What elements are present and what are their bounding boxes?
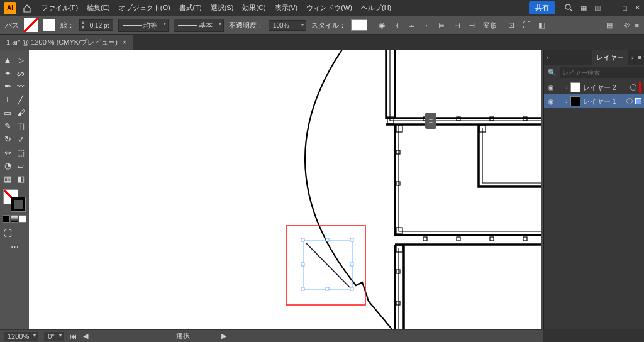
zoom-dd[interactable]: 1200% [4,332,38,341]
direct-select-tool[interactable]: ▷ [14,53,27,66]
menu-file[interactable]: ファイル(F) [38,1,82,15]
svg-point-0 [565,4,570,9]
nav-prev-icon[interactable]: ◀ [83,332,88,340]
layer-row[interactable]: ◉ › レイヤー 1 [544,94,644,108]
svg-rect-7 [396,246,402,252]
align-left-icon[interactable]: ⫞ [391,21,402,30]
align-right-icon[interactable]: ⫟ [421,21,433,30]
color-mode-row [3,215,26,223]
disclosure-icon[interactable]: › [565,97,568,105]
panel-menu-icon[interactable]: ≡ [638,53,641,61]
close-window-icon[interactable]: ✕ [635,4,640,12]
selection-tool[interactable]: ▲ [1,53,14,66]
menu-type[interactable]: 書式(T) [175,1,206,15]
scale-tool[interactable]: ⤢ [14,133,27,145]
align-bottom-icon[interactable]: ⫣ [467,21,478,30]
type-tool[interactable]: T [1,93,14,106]
align-top-icon[interactable]: ⫢ [436,21,448,30]
arrange-docs-icon[interactable]: ▦ [580,4,587,12]
toolbox: ▲▷ ✦ᔕ ✒〰 T╱ ▭🖌 ✎◫ ↻⤢ ⇔⬚ ◔▱ ▦◧ ⛶ ⋯ [0,50,29,329]
rotate-dd[interactable]: 0° [44,332,64,341]
align-hcenter-icon[interactable]: ⫠ [406,21,418,30]
menu-object[interactable]: オブジェクト(O) [115,1,174,15]
target-icon[interactable] [630,84,636,91]
align-vcenter-icon[interactable]: ⫤ [452,21,463,30]
menu-help[interactable]: ヘルプ(H) [357,1,395,15]
share-button[interactable]: 共有 [529,1,555,14]
visibility-icon[interactable]: ◉ [547,97,555,106]
crop-icon[interactable]: ⛶ [521,21,532,30]
panel-tab-layers[interactable]: レイヤー [592,50,628,65]
color-mode-none[interactable] [19,215,26,223]
menu-edit[interactable]: 編集(E) [83,1,114,15]
brush-tool[interactable]: 🖌 [14,106,27,119]
mask-icon[interactable]: ◧ [536,21,547,30]
prefs-icon[interactable]: ⛮ [623,21,630,29]
nav-next-icon[interactable]: ▶ [221,332,226,340]
rect-tool[interactable]: ▭ [1,106,14,119]
visibility-icon[interactable]: ◉ [547,84,555,92]
graphic-style[interactable] [351,19,367,31]
document-tab[interactable]: 1.ai* @ 1200 % (CMYK/プレビュー) × [0,35,133,50]
svg-rect-6 [396,228,402,234]
menu-window[interactable]: ウィンドウ(W) [303,1,356,15]
essentials-icon[interactable]: ▤ [606,21,613,30]
selection-indicator[interactable] [635,98,641,104]
home-icon[interactable] [21,3,33,14]
eraser-tool[interactable]: ◫ [14,119,27,132]
nav-first-icon[interactable]: ⏮ [70,333,77,340]
isolate-icon[interactable]: ⊡ [506,21,517,30]
opacity-dd[interactable]: 100% [269,20,306,31]
panel-tab-next[interactable]: › [631,53,634,61]
layer-name[interactable]: レイヤー 2 [583,83,628,92]
search-icon[interactable] [564,3,573,13]
fill-swatch[interactable] [24,18,38,32]
stroke-profile-dd[interactable]: 均等 [118,19,169,32]
shape-builder-tool[interactable]: ◔ [1,159,14,172]
control-bar: パス 線： ▲▼ 均等 基本 不透明度： 100% スタイル： ◉ ⫞ ⫠ ⫟ … [0,16,644,35]
stroke-weight-field[interactable]: ▲▼ [79,19,113,31]
color-mode-gradient[interactable] [11,215,18,223]
menu-select[interactable]: 選択(S) [207,1,238,15]
layer-color-chip [639,82,641,93]
menu-effect[interactable]: 効果(C) [238,1,269,15]
free-transform-tool[interactable]: ⬚ [14,146,27,158]
artwork [29,50,541,329]
panel-tab-prev[interactable]: ‹ [547,53,549,61]
layer-row[interactable]: ◉ › レイヤー 2 [544,80,644,94]
svg-line-1 [570,9,572,11]
screen-mode-tool[interactable]: ⛶ [1,227,14,240]
edit-toolbar[interactable]: ⋯ [1,240,28,253]
curvature-tool[interactable]: 〰 [14,80,27,92]
contextual-menu-icon[interactable]: ≡ [425,113,436,129]
lasso-tool[interactable]: ᔕ [14,67,27,79]
line-tool[interactable]: ╱ [14,93,27,106]
minimize-icon[interactable]: — [608,4,615,12]
layer-name[interactable]: レイヤー 1 [583,97,624,106]
perspective-tool[interactable]: ▱ [14,159,27,172]
recolor-icon[interactable]: ◉ [376,21,387,30]
disclosure-icon[interactable]: › [565,84,568,91]
target-icon[interactable] [626,98,633,104]
color-mode-solid[interactable] [3,215,10,223]
svg-rect-26 [350,238,353,241]
mesh-tool[interactable]: ▦ [1,172,14,185]
stroke-swatch[interactable] [43,19,55,31]
width-tool[interactable]: ⇔ [1,146,14,158]
pen-tool[interactable]: ✒ [1,80,14,92]
canvas[interactable]: ≡ [29,50,543,329]
gradient-tool[interactable]: ◧ [14,172,27,185]
rotate-tool[interactable]: ↻ [1,133,14,145]
shaper-tool[interactable]: ✎ [1,119,14,132]
panel-menu-icon[interactable]: ≡ [635,21,639,29]
layer-search-input[interactable] [560,67,644,78]
workspace-icon[interactable]: ▥ [594,4,601,12]
brush-dd[interactable]: 基本 [174,19,224,32]
stroke-weight-input[interactable] [86,22,113,29]
fill-stroke-indicator[interactable] [3,189,26,212]
transform-label[interactable]: 変形 [483,21,497,30]
magic-wand-tool[interactable]: ✦ [1,67,14,79]
maximize-icon[interactable]: □ [623,4,627,12]
close-tab-icon[interactable]: × [123,38,126,46]
menu-view[interactable]: 表示(V) [271,1,302,15]
